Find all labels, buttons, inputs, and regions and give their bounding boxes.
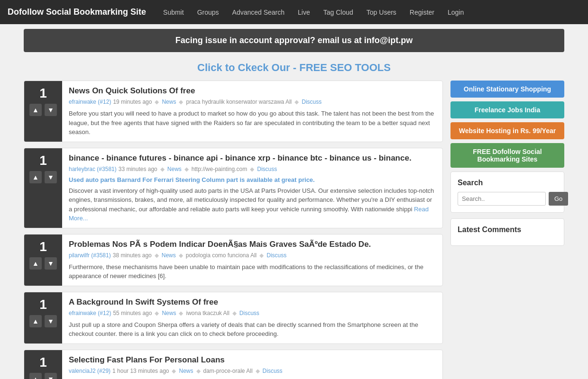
post-meta: valenciaJ2 (#29) 1 hour 13 minutes ago ◆… bbox=[69, 368, 436, 374]
post-discuss[interactable]: Discuss bbox=[302, 99, 322, 105]
post-card: 1▲▼binance - binance futures - binance a… bbox=[24, 148, 443, 228]
post-category[interactable]: News bbox=[162, 252, 176, 259]
post-domain: podologia como funciona All bbox=[186, 252, 257, 259]
post-discuss[interactable]: Discuss bbox=[266, 252, 286, 259]
upvote-button[interactable]: ▲ bbox=[29, 373, 42, 379]
post-category[interactable]: News bbox=[162, 99, 176, 105]
sidebar-btn-website-hosting[interactable]: Website Hosting in Rs. 99/Year bbox=[450, 122, 564, 139]
vote-buttons: ▲▼ bbox=[29, 104, 57, 116]
post-body: Selecting Fast Plans For Personal Loans … bbox=[62, 350, 442, 379]
navbar-link-login[interactable]: Login bbox=[442, 6, 469, 19]
post-time: 55 minutes ago bbox=[113, 310, 152, 316]
downvote-button[interactable]: ▼ bbox=[45, 257, 57, 270]
navbar-link-register[interactable]: Register bbox=[404, 6, 440, 19]
search-button[interactable]: Go bbox=[549, 192, 568, 206]
vote-box: 1▲▼ bbox=[24, 148, 62, 228]
post-meta: efrainwake (#12) 55 minutes ago ◆ News ◆… bbox=[69, 310, 436, 316]
search-row: Go bbox=[458, 192, 557, 206]
post-author[interactable]: efrainwake (#12) bbox=[69, 310, 111, 316]
post-meta: harleybrac (#3581) 33 minutes ago ◆ News… bbox=[69, 166, 436, 172]
downvote-button[interactable]: ▼ bbox=[45, 315, 57, 327]
sidebar-btn-freelance-jobs[interactable]: Freelance Jobs India bbox=[450, 101, 564, 118]
search-input[interactable] bbox=[458, 192, 546, 206]
navbar-link-live[interactable]: Live bbox=[292, 6, 316, 19]
content-area: 1▲▼News On Quick Solutions Of free efrai… bbox=[24, 81, 443, 379]
post-discuss[interactable]: Discuss bbox=[263, 368, 283, 374]
navbar-link-groups[interactable]: Groups bbox=[192, 6, 225, 19]
post-author[interactable]: harleybrac (#3581) bbox=[69, 166, 117, 172]
navbar-link-tag-cloud[interactable]: Tag Cloud bbox=[318, 6, 359, 19]
upvote-button[interactable]: ▲ bbox=[29, 104, 42, 116]
post-title[interactable]: News On Quick Solutions Of free bbox=[69, 86, 436, 96]
post-author[interactable]: valenciaJ2 (#29) bbox=[69, 368, 110, 374]
vote-count: 1 bbox=[39, 356, 47, 369]
downvote-button[interactable]: ▼ bbox=[45, 171, 57, 183]
post-discuss[interactable]: Discuss bbox=[239, 310, 259, 316]
post-domain: dam-proce-orale All bbox=[203, 368, 253, 374]
post-text: Furthermore, these mechanisms have been … bbox=[69, 262, 436, 281]
post-link-text: Discover a vast inventory of high-qualit… bbox=[69, 186, 436, 223]
post-time: 19 minutes ago bbox=[113, 99, 152, 105]
post-category[interactable]: News bbox=[167, 166, 182, 172]
vote-box: 1▲▼ bbox=[24, 292, 62, 343]
search-title: Search bbox=[458, 179, 557, 187]
announcement-banner: Facing issue in account approval? email … bbox=[24, 29, 564, 52]
post-card: 1▲▼Selecting Fast Plans For Personal Loa… bbox=[24, 350, 443, 379]
navbar-link-submit[interactable]: Submit bbox=[157, 6, 190, 19]
vote-box: 1▲▼ bbox=[24, 235, 62, 286]
post-time: 33 minutes ago bbox=[119, 166, 157, 172]
post-title[interactable]: Problemas Nos PÃ s Podem Indicar DoenÃ§a… bbox=[69, 239, 436, 250]
vote-count: 1 bbox=[39, 87, 47, 100]
post-time: 1 hour 13 minutes ago bbox=[112, 368, 169, 374]
seo-tools-link[interactable]: Click to Ckeck Our - FREE SEO TOOLS bbox=[0, 57, 588, 81]
upvote-button[interactable]: ▲ bbox=[29, 171, 42, 183]
post-domain: http://we-painting.com bbox=[192, 166, 247, 172]
navbar-link-top-users[interactable]: Top Users bbox=[361, 6, 402, 19]
main-container: 1▲▼News On Quick Solutions Of free efrai… bbox=[0, 81, 588, 379]
upvote-button[interactable]: ▲ bbox=[29, 257, 42, 270]
vote-buttons: ▲▼ bbox=[29, 315, 57, 327]
post-author[interactable]: pilarwilfr (#3581) bbox=[69, 252, 111, 259]
sidebar: Online Stationary ShoppingFreelance Jobs… bbox=[450, 81, 564, 379]
post-body: A Background In Swift Systems Of free ef… bbox=[62, 292, 442, 343]
downvote-button[interactable]: ▼ bbox=[45, 104, 57, 116]
downvote-button[interactable]: ▼ bbox=[45, 373, 57, 379]
post-domain: praca hydraulik konserwator warszawa All bbox=[186, 99, 292, 105]
vote-count: 1 bbox=[39, 154, 47, 167]
post-link-title[interactable]: Used auto parts Barnard For Ferrari Stee… bbox=[69, 176, 436, 183]
post-card: 1▲▼News On Quick Solutions Of free efrai… bbox=[24, 81, 443, 142]
post-title[interactable]: binance - binance futures - binance api … bbox=[69, 153, 436, 163]
navbar-nav: SubmitGroupsAdvanced SearchLiveTag Cloud… bbox=[157, 6, 469, 19]
navbar-link-advanced-search[interactable]: Advanced Search bbox=[227, 6, 291, 19]
post-author[interactable]: efrainwake (#12) bbox=[69, 99, 111, 105]
vote-buttons: ▲▼ bbox=[29, 171, 57, 183]
post-card: 1▲▼A Background In Swift Systems Of free… bbox=[24, 292, 443, 344]
latest-comments-section: Latest Comments bbox=[450, 218, 564, 246]
vote-box: 1▲▼ bbox=[24, 350, 62, 379]
post-category[interactable]: News bbox=[162, 310, 176, 316]
post-category[interactable]: News bbox=[179, 368, 193, 374]
vote-count: 1 bbox=[39, 240, 47, 253]
post-domain: iwona tkaczuk All bbox=[186, 310, 229, 316]
post-body: Problemas Nos PÃ s Podem Indicar DoenÃ§a… bbox=[62, 235, 442, 286]
upvote-button[interactable]: ▲ bbox=[29, 315, 42, 327]
post-body: binance - binance futures - binance api … bbox=[62, 148, 442, 228]
post-title[interactable]: Selecting Fast Plans For Personal Loans bbox=[69, 355, 436, 365]
post-meta: efrainwake (#12) 19 minutes ago ◆ News ◆… bbox=[69, 99, 436, 105]
sidebar-btn-online-stationary[interactable]: Online Stationary Shopping bbox=[450, 81, 564, 98]
navbar: Dofollow Social Bookmarking Site SubmitG… bbox=[0, 0, 588, 24]
navbar-brand[interactable]: Dofollow Social Bookmarking Site bbox=[8, 7, 146, 17]
sidebar-btn-free-bookmarking[interactable]: FREE Dofollow Social Bookmarking Sites bbox=[450, 143, 564, 168]
vote-buttons: ▲▼ bbox=[29, 257, 57, 270]
read-more-link[interactable]: Read More... bbox=[69, 206, 429, 222]
search-section: SearchGo bbox=[450, 171, 564, 213]
post-body: News On Quick Solutions Of free efrainwa… bbox=[62, 81, 442, 142]
latest-comments-title: Latest Comments bbox=[458, 226, 557, 234]
vote-buttons: ▲▼ bbox=[29, 373, 57, 379]
post-text: Just pull up a store and Coupon Sherpa o… bbox=[69, 320, 436, 339]
post-card: 1▲▼Problemas Nos PÃ s Podem Indicar Doen… bbox=[24, 234, 443, 286]
vote-count: 1 bbox=[39, 298, 47, 311]
post-meta: pilarwilfr (#3581) 38 minutes ago ◆ News… bbox=[69, 252, 436, 259]
post-title[interactable]: A Background In Swift Systems Of free bbox=[69, 297, 436, 307]
post-discuss[interactable]: Discuss bbox=[257, 166, 277, 172]
